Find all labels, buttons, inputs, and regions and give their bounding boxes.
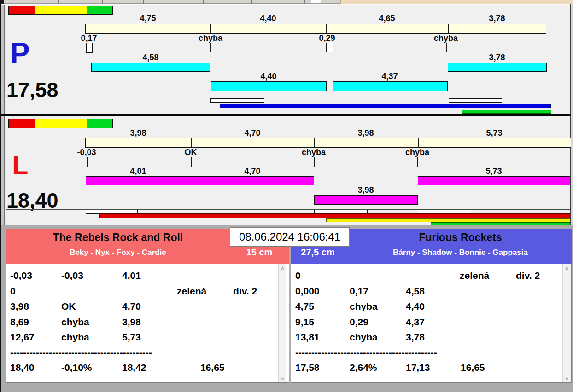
ref-value: 4,75 [120,14,175,23]
reference-bar-divider [314,138,315,147]
table-cell: 0,000 [295,285,320,297]
scroll-down-icon[interactable]: ∨ [563,376,571,381]
measure-bar-magenta [191,176,314,185]
mark-label: chyba [183,34,238,42]
ref-value: 5,73 [467,129,522,137]
panel-p-letter: P [10,39,30,68]
table-cell: 4,01 [122,270,141,282]
tick-mark [417,157,418,167]
toolbar-divider [203,0,204,4]
toolbar-divider [143,0,144,4]
measure-bar-cyan [211,81,327,91]
tick-mark [314,157,315,167]
progress-bar-green [462,110,551,114]
panel-p: 4,75 4,40 4,65 3,78 0,17 chyba 0,29 chyb… [0,5,573,114]
measure-bar-magenta [418,176,570,185]
table-cell: 3,98 [10,300,29,312]
mark-label: -0,03 [59,148,114,156]
measure-value: 4,58 [123,53,178,62]
toolbar-notch [311,0,321,3]
table-cell: chyba [350,331,378,343]
measure-bar-magenta [314,195,418,205]
team-left-members: Beky - Nyx - Foxy - Cardie [6,248,230,257]
table-cell: 4,70 [122,300,141,312]
reference-bar [85,24,546,34]
tick-mark [446,43,447,52]
table-cell: 3,78 [406,331,425,343]
reference-bar [85,138,571,148]
tick-mark [87,157,88,167]
marker-box [326,43,333,52]
table-cell: 4,40 [406,300,425,312]
measure-bar-cyan [333,81,448,91]
table-cell: 12,67 [10,331,35,343]
measure-bar-magenta [86,176,191,185]
team-left-scrollbar[interactable]: ∧ ∨ [278,264,286,382]
summary-cell: 17,58 [295,362,320,374]
table-cell: 5,73 [122,331,141,343]
scroll-up-icon[interactable]: ∧ [279,265,286,271]
table-cell: 4,75 [295,300,314,312]
measure-value: 5,73 [466,167,521,175]
progress-bar-blue [220,104,551,108]
table-cell: div. 2 [516,270,540,282]
toolbar-segment [4,0,340,3]
tick-mark [210,43,211,52]
table-cell: 4,58 [406,285,425,297]
panel-p-total: 17,58 [6,80,58,100]
ref-value: 4,40 [240,14,296,23]
panel-l-total: 18,40 [6,190,58,211]
desktop-strip [340,0,573,4]
table-cell: 8,69 [10,316,29,328]
panel-l: 3,98 4,70 3,98 5,73 -0,03 OK chyba chyba… [0,116,573,226]
table-cell: 9,15 [295,316,314,328]
status-strip-segment-yellow [61,119,87,128]
table-cell: 3,98 [122,316,141,328]
summary-cell: 16,65 [461,362,485,374]
mark-label: OK [163,148,218,156]
scroll-down-icon[interactable]: ∨ [279,376,286,381]
panel-l-letter: L [12,152,28,179]
ref-value: 4,70 [225,129,280,137]
toolbar-divider [58,0,59,4]
team-left-table[interactable] [6,264,289,383]
status-strip-segment-red [8,6,35,15]
reference-bar-divider [210,24,211,33]
team-right-members: Bárny - Shadow - Bonnie - Gappasia [349,248,572,257]
table-cell: 0 [295,270,301,282]
team-right-jump-height: 27,5 cm [290,248,345,257]
mark-label: chyba [418,34,474,42]
table-cell: 0,29 [350,316,368,328]
team-left-jump-height: 15 cm [222,248,296,257]
status-strip-segment-green [87,6,113,15]
top-toolbar-sliver [0,0,573,4]
table-cell: zelená [177,285,206,297]
datetime-value: 08.06.2024 16:06:41 [230,228,349,246]
measure-value: 4,70 [225,167,280,175]
reference-bar-divider [191,138,192,147]
mark-label: 0,29 [299,34,355,42]
measure-value: 4,01 [111,167,166,175]
measure-value: 3,78 [469,53,525,62]
scroll-up-icon[interactable]: ∧ [563,265,571,271]
summary-cell: 18,40 [10,362,35,374]
team-left-name: The Rebels Rock and Roll [6,231,230,243]
toolbar-divider [102,0,103,4]
table-cell: 0 [10,285,16,297]
table-cell: OK [61,300,76,312]
summary-cell: 17,13 [406,362,430,374]
status-strip-segment-yellow [61,6,87,15]
team-right-scrollbar[interactable]: ∧ ∨ [562,264,571,382]
app-window: 4,75 4,40 4,65 3,78 0,17 chyba 0,29 chyb… [0,0,573,392]
toolbar-divider [304,0,305,4]
mark-label: 0,17 [61,34,117,42]
table-cell: 13,81 [295,331,320,343]
measure-value: 4,37 [362,72,417,81]
ref-value: 4,65 [359,14,415,23]
tick-mark [191,157,192,167]
table-cell: zelená [460,270,489,282]
progress-bar-yellow [326,218,570,222]
table-cell: -0,03 [10,270,32,282]
table-cell: chyba [350,300,378,312]
reference-bar-divider [448,24,449,33]
